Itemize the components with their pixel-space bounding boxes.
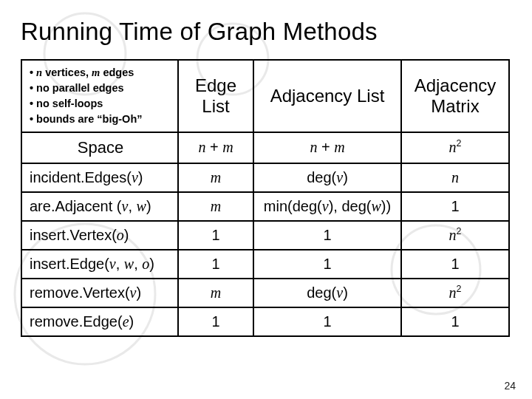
- cell: m: [178, 163, 253, 192]
- complexity-table: • n vertices, m edges • no parallel edge…: [21, 59, 510, 337]
- cell: deg(v): [253, 279, 401, 307]
- cell: 1: [253, 250, 401, 279]
- cell: n + m: [178, 132, 253, 163]
- col-edge-list: Edge List: [178, 60, 253, 132]
- cell: 1: [178, 221, 253, 250]
- col-adjacency-list: Adjacency List: [253, 60, 401, 132]
- table-header-row: • n vertices, m edges • no parallel edge…: [21, 60, 509, 132]
- cell: 1: [253, 307, 401, 336]
- row-incident-edges: incident.Edges(v) m deg(v) n: [21, 163, 509, 192]
- slide: Running Time of Graph Methods • n vertic…: [0, 0, 532, 399]
- col-adjacency-matrix: Adjacency Matrix: [401, 60, 509, 132]
- row-label: insert.Edge(v, w, o): [21, 250, 178, 279]
- page-number: 24: [504, 380, 516, 392]
- cell: 1: [253, 221, 401, 250]
- cell: n2: [401, 279, 509, 307]
- row-label: remove.Edge(e): [21, 307, 178, 336]
- assumptions-cell: • n vertices, m edges • no parallel edge…: [21, 60, 178, 132]
- row-label: Space: [21, 132, 178, 163]
- row-remove-edge: remove.Edge(e) 1 1 1: [21, 307, 509, 336]
- row-insert-vertex: insert.Vertex(o) 1 1 n2: [21, 221, 509, 250]
- cell: n2: [401, 132, 509, 163]
- row-space: Space n + m n + m n2: [21, 132, 509, 163]
- cell: n + m: [253, 132, 401, 163]
- row-label: remove.Vertex(v): [21, 279, 178, 307]
- cell: 1: [401, 307, 509, 336]
- cell: deg(v): [253, 163, 401, 192]
- row-label: are.Adjacent (v, w): [21, 192, 178, 221]
- cell: 1: [401, 250, 509, 279]
- row-remove-vertex: remove.Vertex(v) m deg(v) n2: [21, 279, 509, 307]
- cell: 1: [178, 250, 253, 279]
- row-label: insert.Vertex(o): [21, 221, 178, 250]
- cell: m: [178, 279, 253, 307]
- row-label: incident.Edges(v): [21, 163, 178, 192]
- row-are-adjacent: are.Adjacent (v, w) m min(deg(v), deg(w)…: [21, 192, 509, 221]
- row-insert-edge: insert.Edge(v, w, o) 1 1 1: [21, 250, 509, 279]
- slide-title: Running Time of Graph Methods: [21, 18, 511, 46]
- cell: n2: [401, 221, 509, 250]
- cell: 1: [401, 192, 509, 221]
- cell: 1: [178, 307, 253, 336]
- cell: n: [401, 163, 509, 192]
- cell: min(deg(v), deg(w)): [253, 192, 401, 221]
- cell: m: [178, 192, 253, 221]
